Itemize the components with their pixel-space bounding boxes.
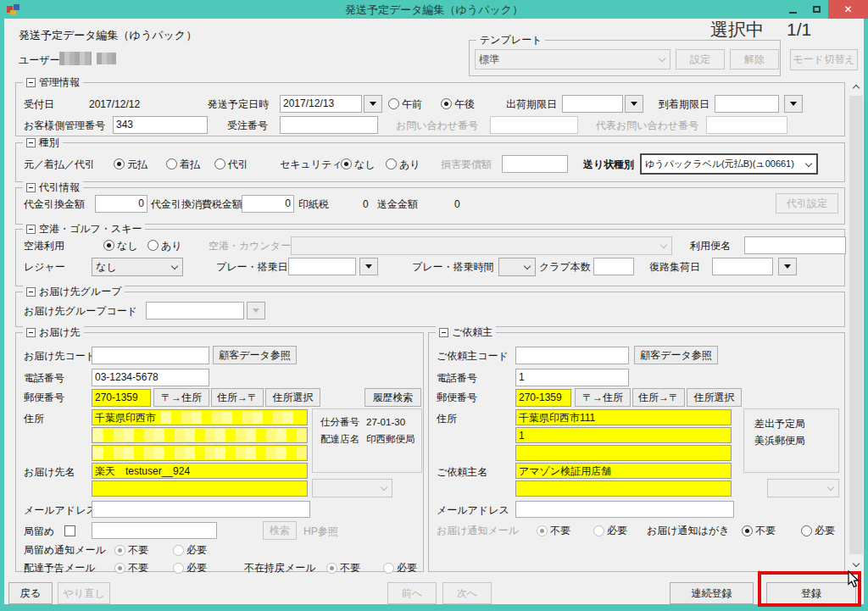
sender-addr-to-zip-button[interactable]: 住所→〒: [632, 388, 685, 407]
redo-button[interactable]: やり直し: [58, 582, 110, 604]
collapse-icon[interactable]: [26, 138, 36, 147]
clubs-input[interactable]: [593, 258, 634, 275]
security-none-radio[interactable]: [341, 158, 352, 169]
sender-customer-ref-button[interactable]: 顧客データ参照: [634, 346, 718, 364]
recipient-zip-to-addr-button[interactable]: 〒→住所: [153, 388, 209, 407]
poste-restante-checkbox[interactable]: [64, 525, 75, 536]
history-search-button[interactable]: 履歴検索: [364, 388, 421, 407]
counter-name-combobox[interactable]: [291, 236, 672, 255]
damage-amount-input[interactable]: [502, 155, 568, 173]
recipient-honorific-combobox[interactable]: [312, 479, 392, 497]
rep-inquiry-no-input[interactable]: [706, 116, 787, 134]
continuous-register-button[interactable]: 連続登録: [670, 582, 754, 604]
maximize-button[interactable]: [805, 0, 827, 19]
leisure-value: なし: [96, 261, 117, 274]
airport-yes-radio[interactable]: [147, 240, 159, 251]
notice-mail-no-radio[interactable]: [537, 525, 548, 536]
cod-setting-button[interactable]: 代引設定: [776, 193, 838, 214]
sender-name-line1[interactable]: アマゾン検証用店舗: [515, 463, 732, 479]
minimize-button[interactable]: [782, 0, 804, 19]
play-date-input[interactable]: [288, 258, 356, 275]
collapse-icon[interactable]: [439, 328, 448, 337]
recipient-email-input[interactable]: [92, 501, 310, 518]
ship-deadline-dropdown-button[interactable]: [625, 95, 643, 113]
customer-mgmt-no-input[interactable]: 343: [113, 116, 208, 134]
play-time-combobox[interactable]: [498, 258, 536, 276]
group-code-dropdown-button[interactable]: [247, 302, 265, 319]
absence-return-yes-radio[interactable]: [383, 563, 394, 574]
inquiry-no-input[interactable]: [490, 116, 578, 134]
ship-deadline-input[interactable]: [562, 95, 623, 113]
scroll-up-button[interactable]: [849, 81, 863, 95]
play-date-dropdown-button[interactable]: [359, 258, 378, 275]
template-clear-button[interactable]: 解除: [730, 49, 779, 69]
prepaid-radio[interactable]: [114, 158, 125, 169]
sender-addr-line3[interactable]: [515, 445, 732, 461]
recipient-name-line2[interactable]: [92, 480, 308, 497]
return-pickup-dropdown-button[interactable]: [778, 258, 797, 275]
prev-button[interactable]: 前へ: [387, 582, 437, 604]
leisure-combobox[interactable]: なし: [92, 258, 183, 276]
notice-card-no-radio[interactable]: [742, 525, 753, 536]
collapse-icon[interactable]: [26, 225, 36, 234]
flight-name-input[interactable]: [744, 236, 846, 254]
notice-mail-yes-radio[interactable]: [593, 525, 604, 536]
sender-addr-line2[interactable]: 1: [515, 427, 732, 443]
delivery-notice-no-radio[interactable]: [114, 563, 125, 574]
recipient-zip-input[interactable]: 270-1359: [92, 389, 151, 407]
pr-notice-no-radio[interactable]: [114, 545, 125, 556]
back-button[interactable]: 戻る: [8, 582, 53, 604]
notice-card-yes-radio[interactable]: [801, 525, 812, 536]
arrival-deadline-dropdown-button[interactable]: [784, 95, 803, 113]
order-no-input[interactable]: [280, 116, 378, 134]
delivery-notice-yes-radio[interactable]: [173, 563, 184, 574]
sender-email-input[interactable]: [515, 501, 734, 518]
collapse-icon[interactable]: [26, 78, 36, 87]
arrival-deadline-input[interactable]: [715, 95, 779, 113]
cod-amount-input[interactable]: 0: [95, 195, 147, 213]
mode-switch-button[interactable]: モード切替え: [790, 49, 858, 70]
chevron-down-icon: [381, 484, 387, 491]
ship-date-dropdown-button[interactable]: [364, 95, 382, 113]
return-pickup-input[interactable]: [712, 258, 773, 275]
pm-radio[interactable]: [441, 98, 452, 109]
absence-return-no-radio[interactable]: [326, 563, 337, 574]
sender-title: ご依頼主: [452, 326, 492, 339]
pr-notice-yes-radio[interactable]: [173, 545, 184, 556]
collapse-icon[interactable]: [26, 287, 36, 297]
sender-addr-select-button[interactable]: 住所選択: [687, 388, 742, 407]
am-radio[interactable]: [388, 98, 399, 109]
ship-date-input[interactable]: 2017/12/13: [280, 95, 362, 113]
sender-code-input[interactable]: [515, 347, 629, 364]
scroll-down-button[interactable]: [849, 556, 863, 570]
sender-addr-line1[interactable]: 千葉県印西市111: [515, 409, 732, 425]
dropdown-icon: [790, 102, 797, 106]
close-button[interactable]: ✕: [828, 0, 868, 19]
sender-name-line2[interactable]: [515, 480, 732, 497]
poste-restante-input[interactable]: [92, 522, 217, 539]
recipient-tel-input[interactable]: 03-1234-5678: [92, 369, 209, 386]
cod-tax-input[interactable]: 0: [242, 195, 294, 213]
recipient-customer-ref-button[interactable]: 顧客データ参照: [213, 346, 297, 364]
sender-tel-input[interactable]: 1: [515, 369, 629, 386]
recipient-name-line1[interactable]: 楽天 testuser__924: [92, 463, 308, 479]
cod-radio[interactable]: [214, 158, 225, 169]
security-yes-radio[interactable]: [386, 158, 397, 169]
airport-none-radio[interactable]: [103, 240, 114, 251]
sender-zip-input[interactable]: 270-1359: [515, 389, 571, 407]
scrollbar-thumb[interactable]: [850, 96, 862, 554]
sender-zip-to-addr-button[interactable]: 〒→住所: [575, 388, 631, 407]
collapse-icon[interactable]: [26, 183, 36, 192]
recipient-addr-select-button[interactable]: 住所選択: [265, 388, 320, 407]
recipient-addr-to-zip-button[interactable]: 住所→〒: [211, 388, 264, 407]
template-settings-button[interactable]: 設定: [676, 49, 725, 69]
collect-radio[interactable]: [166, 158, 177, 169]
group-code-input[interactable]: [146, 302, 244, 319]
template-combobox[interactable]: 標準: [475, 49, 670, 69]
invoice-type-combobox[interactable]: ゆうパックラベル(元払B)(ュ00661): [640, 153, 818, 175]
recipient-code-input[interactable]: [92, 347, 209, 364]
collapse-icon[interactable]: [26, 328, 36, 337]
next-button[interactable]: 次へ: [442, 582, 492, 604]
search-button[interactable]: 検索: [263, 521, 297, 540]
sender-honorific-combobox[interactable]: [767, 479, 839, 497]
